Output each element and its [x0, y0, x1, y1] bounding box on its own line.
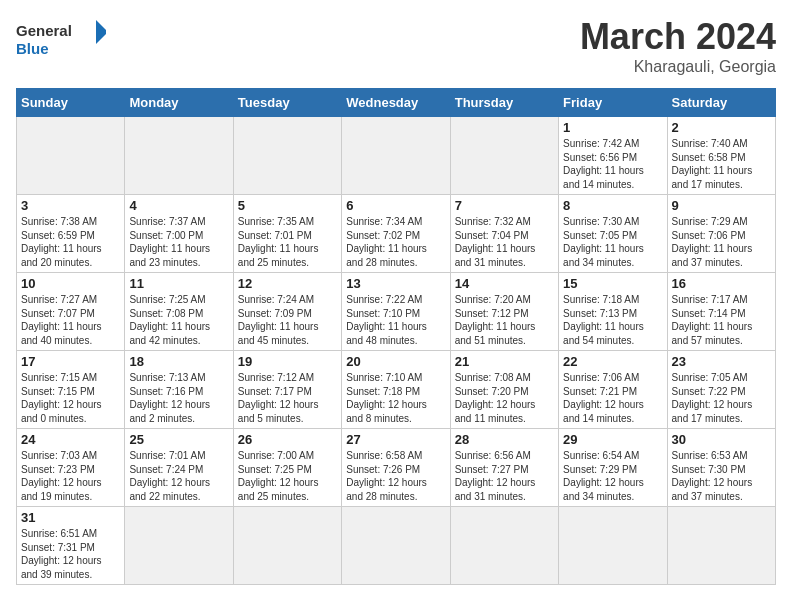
column-header-tuesday: Tuesday [233, 89, 341, 117]
page-header: General Blue March 2024 Kharagauli, Geor… [16, 16, 776, 76]
day-number: 17 [21, 354, 120, 369]
generalblue-logo: General Blue [16, 16, 106, 60]
day-number: 20 [346, 354, 445, 369]
calendar-cell: 13Sunrise: 7:22 AM Sunset: 7:10 PM Dayli… [342, 273, 450, 351]
calendar-cell [125, 117, 233, 195]
day-info: Sunrise: 7:17 AM Sunset: 7:14 PM Dayligh… [672, 293, 771, 347]
calendar-cell: 28Sunrise: 6:56 AM Sunset: 7:27 PM Dayli… [450, 429, 558, 507]
calendar-week-row: 31Sunrise: 6:51 AM Sunset: 7:31 PM Dayli… [17, 507, 776, 585]
calendar-cell [342, 507, 450, 585]
calendar-week-row: 17Sunrise: 7:15 AM Sunset: 7:15 PM Dayli… [17, 351, 776, 429]
calendar-cell [233, 507, 341, 585]
day-number: 2 [672, 120, 771, 135]
calendar-cell: 8Sunrise: 7:30 AM Sunset: 7:05 PM Daylig… [559, 195, 667, 273]
day-number: 23 [672, 354, 771, 369]
calendar-cell: 19Sunrise: 7:12 AM Sunset: 7:17 PM Dayli… [233, 351, 341, 429]
day-number: 3 [21, 198, 120, 213]
svg-text:Blue: Blue [16, 40, 49, 57]
day-number: 13 [346, 276, 445, 291]
calendar-cell: 3Sunrise: 7:38 AM Sunset: 6:59 PM Daylig… [17, 195, 125, 273]
day-number: 27 [346, 432, 445, 447]
day-info: Sunrise: 6:54 AM Sunset: 7:29 PM Dayligh… [563, 449, 662, 503]
calendar-cell: 4Sunrise: 7:37 AM Sunset: 7:00 PM Daylig… [125, 195, 233, 273]
day-info: Sunrise: 7:05 AM Sunset: 7:22 PM Dayligh… [672, 371, 771, 425]
day-number: 1 [563, 120, 662, 135]
day-info: Sunrise: 7:00 AM Sunset: 7:25 PM Dayligh… [238, 449, 337, 503]
day-number: 14 [455, 276, 554, 291]
day-number: 11 [129, 276, 228, 291]
calendar-week-row: 24Sunrise: 7:03 AM Sunset: 7:23 PM Dayli… [17, 429, 776, 507]
calendar-cell: 7Sunrise: 7:32 AM Sunset: 7:04 PM Daylig… [450, 195, 558, 273]
column-header-saturday: Saturday [667, 89, 775, 117]
day-number: 22 [563, 354, 662, 369]
day-number: 31 [21, 510, 120, 525]
day-number: 9 [672, 198, 771, 213]
calendar-cell [667, 507, 775, 585]
calendar-cell: 29Sunrise: 6:54 AM Sunset: 7:29 PM Dayli… [559, 429, 667, 507]
day-info: Sunrise: 7:24 AM Sunset: 7:09 PM Dayligh… [238, 293, 337, 347]
calendar-cell: 30Sunrise: 6:53 AM Sunset: 7:30 PM Dayli… [667, 429, 775, 507]
calendar-cell [450, 117, 558, 195]
day-info: Sunrise: 7:06 AM Sunset: 7:21 PM Dayligh… [563, 371, 662, 425]
day-info: Sunrise: 7:18 AM Sunset: 7:13 PM Dayligh… [563, 293, 662, 347]
day-number: 18 [129, 354, 228, 369]
day-number: 16 [672, 276, 771, 291]
column-header-thursday: Thursday [450, 89, 558, 117]
day-info: Sunrise: 7:30 AM Sunset: 7:05 PM Dayligh… [563, 215, 662, 269]
calendar-cell: 26Sunrise: 7:00 AM Sunset: 7:25 PM Dayli… [233, 429, 341, 507]
day-number: 4 [129, 198, 228, 213]
calendar-cell: 10Sunrise: 7:27 AM Sunset: 7:07 PM Dayli… [17, 273, 125, 351]
calendar-cell: 14Sunrise: 7:20 AM Sunset: 7:12 PM Dayli… [450, 273, 558, 351]
day-info: Sunrise: 6:53 AM Sunset: 7:30 PM Dayligh… [672, 449, 771, 503]
day-info: Sunrise: 7:13 AM Sunset: 7:16 PM Dayligh… [129, 371, 228, 425]
day-number: 29 [563, 432, 662, 447]
calendar-cell: 20Sunrise: 7:10 AM Sunset: 7:18 PM Dayli… [342, 351, 450, 429]
calendar-cell: 25Sunrise: 7:01 AM Sunset: 7:24 PM Dayli… [125, 429, 233, 507]
calendar-table: SundayMondayTuesdayWednesdayThursdayFrid… [16, 88, 776, 585]
column-header-sunday: Sunday [17, 89, 125, 117]
column-header-monday: Monday [125, 89, 233, 117]
calendar-cell: 1Sunrise: 7:42 AM Sunset: 6:56 PM Daylig… [559, 117, 667, 195]
calendar-cell: 24Sunrise: 7:03 AM Sunset: 7:23 PM Dayli… [17, 429, 125, 507]
calendar-cell: 16Sunrise: 7:17 AM Sunset: 7:14 PM Dayli… [667, 273, 775, 351]
day-info: Sunrise: 6:58 AM Sunset: 7:26 PM Dayligh… [346, 449, 445, 503]
day-number: 8 [563, 198, 662, 213]
calendar-cell [125, 507, 233, 585]
day-number: 28 [455, 432, 554, 447]
calendar-cell [559, 507, 667, 585]
calendar-header-row: SundayMondayTuesdayWednesdayThursdayFrid… [17, 89, 776, 117]
day-info: Sunrise: 7:37 AM Sunset: 7:00 PM Dayligh… [129, 215, 228, 269]
calendar-week-row: 10Sunrise: 7:27 AM Sunset: 7:07 PM Dayli… [17, 273, 776, 351]
calendar-cell: 9Sunrise: 7:29 AM Sunset: 7:06 PM Daylig… [667, 195, 775, 273]
day-number: 10 [21, 276, 120, 291]
day-number: 12 [238, 276, 337, 291]
calendar-cell [450, 507, 558, 585]
day-info: Sunrise: 7:32 AM Sunset: 7:04 PM Dayligh… [455, 215, 554, 269]
day-info: Sunrise: 7:38 AM Sunset: 6:59 PM Dayligh… [21, 215, 120, 269]
location-subtitle: Kharagauli, Georgia [580, 58, 776, 76]
calendar-cell: 11Sunrise: 7:25 AM Sunset: 7:08 PM Dayli… [125, 273, 233, 351]
calendar-cell: 31Sunrise: 6:51 AM Sunset: 7:31 PM Dayli… [17, 507, 125, 585]
day-number: 15 [563, 276, 662, 291]
day-info: Sunrise: 7:29 AM Sunset: 7:06 PM Dayligh… [672, 215, 771, 269]
day-info: Sunrise: 6:51 AM Sunset: 7:31 PM Dayligh… [21, 527, 120, 581]
day-number: 6 [346, 198, 445, 213]
day-number: 19 [238, 354, 337, 369]
day-number: 21 [455, 354, 554, 369]
day-number: 5 [238, 198, 337, 213]
calendar-cell: 12Sunrise: 7:24 AM Sunset: 7:09 PM Dayli… [233, 273, 341, 351]
calendar-week-row: 3Sunrise: 7:38 AM Sunset: 6:59 PM Daylig… [17, 195, 776, 273]
day-info: Sunrise: 7:40 AM Sunset: 6:58 PM Dayligh… [672, 137, 771, 191]
day-info: Sunrise: 7:12 AM Sunset: 7:17 PM Dayligh… [238, 371, 337, 425]
calendar-cell: 23Sunrise: 7:05 AM Sunset: 7:22 PM Dayli… [667, 351, 775, 429]
calendar-cell: 5Sunrise: 7:35 AM Sunset: 7:01 PM Daylig… [233, 195, 341, 273]
day-info: Sunrise: 7:25 AM Sunset: 7:08 PM Dayligh… [129, 293, 228, 347]
calendar-week-row: 1Sunrise: 7:42 AM Sunset: 6:56 PM Daylig… [17, 117, 776, 195]
day-info: Sunrise: 7:03 AM Sunset: 7:23 PM Dayligh… [21, 449, 120, 503]
calendar-cell [233, 117, 341, 195]
column-header-friday: Friday [559, 89, 667, 117]
calendar-cell [342, 117, 450, 195]
day-info: Sunrise: 7:20 AM Sunset: 7:12 PM Dayligh… [455, 293, 554, 347]
calendar-cell [17, 117, 125, 195]
calendar-cell: 17Sunrise: 7:15 AM Sunset: 7:15 PM Dayli… [17, 351, 125, 429]
